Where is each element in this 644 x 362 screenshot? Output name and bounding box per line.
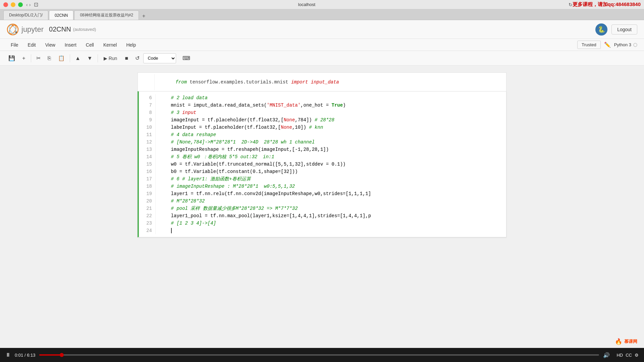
code-line-16: b0 = tf.Variable(tf.constant(0.1,shape=[…: [160, 168, 502, 175]
line-num-16: 16: [142, 168, 152, 175]
menu-cell[interactable]: Cell: [82, 41, 98, 49]
separator-3: [98, 54, 98, 62]
line-num-9: 9: [142, 116, 152, 124]
autosaved-label: (autosaved): [73, 27, 96, 32]
line-num-21: 21: [142, 205, 152, 212]
layout-button[interactable]: ⊡: [34, 1, 38, 8]
code-line-12: # [None,784]->M*28*28*1 2D->4D 28*28 wh …: [160, 138, 502, 146]
tab-neural[interactable]: 08神经网络逼近股票收益均#2: [74, 10, 139, 20]
mukewang-flame-icon: 🔥: [615, 338, 622, 345]
tab-02cnn[interactable]: 02CNN: [49, 10, 73, 20]
jupyter-logo: jupyter: [7, 23, 44, 36]
logout-button[interactable]: Logout: [611, 24, 637, 35]
menu-file[interactable]: File: [7, 41, 22, 49]
code-line-20: # M*28*28*32: [160, 197, 502, 205]
code-line-8: # 3 input: [160, 109, 502, 116]
mukewang-text: 慕课网: [624, 339, 637, 345]
add-cell-button[interactable]: +: [19, 53, 29, 63]
keyboard-button[interactable]: ⌨: [179, 53, 193, 63]
line-num-14: 14: [142, 153, 152, 161]
paste-button[interactable]: 📋: [55, 53, 68, 63]
menu-edit[interactable]: Edit: [24, 41, 40, 49]
settings-cc-button[interactable]: CC: [626, 353, 632, 358]
menu-insert[interactable]: Insert: [61, 41, 80, 49]
python-icon: 🐍: [595, 23, 607, 36]
code-line-14: # 5 卷积 w0 ：卷积内核 5*5 out:32 in:1: [160, 153, 502, 161]
close-button[interactable]: [3, 2, 8, 7]
run-button[interactable]: ▶ Run: [100, 53, 121, 63]
line-num-10: 10: [142, 124, 152, 131]
nav-arrows: ‹ ›: [26, 2, 31, 7]
header-right: 🐍 Logout: [595, 23, 637, 36]
restart-button[interactable]: ↺: [132, 53, 143, 63]
settings-gear-button[interactable]: ⚙: [635, 353, 639, 358]
line-num-7: 7: [142, 102, 152, 109]
maximize-button[interactable]: [18, 2, 23, 7]
back-button[interactable]: ‹: [26, 2, 28, 7]
copy-button[interactable]: ⎘: [44, 53, 54, 63]
save-button[interactable]: 💾: [5, 53, 18, 63]
move-down-button[interactable]: ▼: [84, 53, 96, 63]
minimize-button[interactable]: [11, 2, 15, 7]
code-line-11: # 4 data reshape: [160, 131, 502, 138]
notebook-title[interactable]: 02CNN: [49, 25, 71, 33]
play-pause-button[interactable]: ⏸: [5, 352, 11, 358]
settings-hd-button[interactable]: HD: [616, 353, 623, 358]
new-tab-button[interactable]: +: [140, 13, 148, 19]
edit-pencil-button[interactable]: ✏️: [602, 42, 613, 48]
partial-code-line: from tensorflow.examples.tutorials.mnist…: [138, 72, 506, 92]
kernel-indicator: [633, 43, 637, 47]
stop-button[interactable]: ■: [121, 53, 131, 63]
trusted-badge[interactable]: Trusted: [577, 41, 601, 49]
time-display: 0:01 / 6:13: [15, 353, 35, 358]
code-cell[interactable]: 6 7 8 9 10 11 12 13 14 15 16 17 18 19 20…: [138, 91, 506, 237]
refresh-button[interactable]: ↻: [569, 2, 573, 7]
window-controls: [3, 2, 23, 7]
cut-button[interactable]: ✂: [33, 53, 44, 63]
line-numbers: 6 7 8 9 10 11 12 13 14 15 16 17 18 19 20…: [139, 94, 156, 234]
video-bar: ⏸ 0:01 / 6:13 🔊 HD CC ⚙: [0, 348, 644, 362]
code-line-18: # imageInputReshape : M*28*28*1 w0:5,5,1…: [160, 183, 502, 190]
code-line-19: layer1 = tf.nn.relu(tf.nn.conv2d(imageIn…: [160, 190, 502, 197]
code-line-24: ​: [160, 227, 502, 234]
forward-button[interactable]: ›: [29, 2, 31, 7]
kernel-info: Python 3: [614, 42, 637, 47]
code-line-15: w0 = tf.Variable(tf.truncated_normal([5,…: [160, 161, 502, 168]
code-area[interactable]: 6 7 8 9 10 11 12 13 14 15 16 17 18 19 20…: [139, 92, 506, 237]
svg-point-3: [12, 24, 14, 26]
line-num-12: 12: [142, 138, 152, 146]
jupyter-header: jupyter 02CNN (autosaved) 🐍 Logout: [0, 20, 644, 39]
code-content[interactable]: # 2 load data mnist = imput_data.read_da…: [156, 94, 506, 234]
separator-1: [31, 54, 31, 62]
menu-view[interactable]: View: [41, 41, 59, 49]
svg-point-4: [9, 31, 10, 33]
line-num-18: 18: [142, 183, 152, 190]
jupyter-logo-icon: [7, 23, 19, 36]
progress-bar[interactable]: [39, 354, 599, 356]
line-num-22: 22: [142, 212, 152, 220]
menu-kernel[interactable]: Kernel: [99, 41, 121, 49]
jupyter-menu: File Edit View Insert Cell Kernel Help T…: [0, 39, 644, 51]
line-num-20: 20: [142, 197, 152, 205]
progress-fill: [39, 354, 62, 356]
code-line-13: imageInputReshape = tf.reshapeh(imageInp…: [160, 146, 502, 153]
code-line-7: mnist = imput_data.read_data_sets('MNIST…: [160, 102, 502, 109]
line-num-15: 15: [142, 161, 152, 168]
tab-desktop[interactable]: Desktop/DL/2入门/: [3, 10, 48, 20]
cell-type-select[interactable]: Code Markdown Raw: [143, 53, 176, 63]
move-up-button[interactable]: ▲: [72, 53, 84, 63]
notebook-area: from tensorflow.examples.tutorials.mnist…: [0, 66, 644, 348]
jupyter-title-text: jupyter: [21, 25, 44, 34]
menu-help[interactable]: Help: [122, 41, 140, 49]
code-line-21: # pool 采样 数据量减少很多M*28*28*32 => M*7*7*32: [160, 205, 502, 212]
line-num-23: 23: [142, 220, 152, 227]
jupyter-toolbar: 💾 + ✂ ⎘ 📋 ▲ ▼ ▶ Run ■ ↺ Code Markdown Ra…: [0, 51, 644, 66]
browser-title: localhost: [45, 2, 568, 7]
code-line-23: # [1 2 3 4]->[4]: [160, 220, 502, 227]
line-num-19: 19: [142, 190, 152, 197]
volume-button[interactable]: 🔊: [603, 352, 610, 358]
svg-point-5: [15, 31, 17, 33]
promo-text: 更多课程，请加qq:484683840: [573, 1, 641, 8]
title-bar: ‹ › ⊡ localhost ↻ 更多课程，请加qq:484683840: [0, 0, 644, 9]
code-line-10: labeInput = tf.placeholder(tf.float32,[N…: [160, 124, 502, 131]
